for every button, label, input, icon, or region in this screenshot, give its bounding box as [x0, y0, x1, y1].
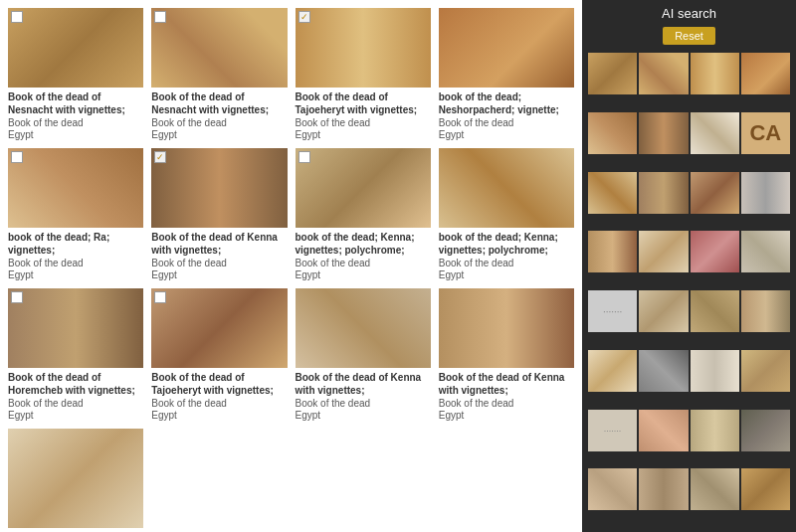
item-country: Egypt — [151, 269, 287, 280]
list-item: book of the dead; Neshorpacherd; vignett… — [439, 8, 574, 140]
item-title: Book of the dead of Kenna with vignettes… — [151, 231, 287, 257]
item-thumbnail[interactable] — [151, 288, 287, 368]
item-title: Book of the dead of Kenna with vignettes… — [439, 371, 574, 397]
item-thumbnail[interactable] — [296, 288, 431, 368]
item-thumbnail[interactable] — [8, 429, 143, 528]
item-subtitle: Book of the dead — [296, 257, 431, 269]
ai-thumb-item[interactable] — [639, 350, 688, 392]
ai-thumb-item[interactable] — [639, 231, 688, 272]
item-subtitle: Book of the dead — [151, 257, 287, 269]
item-checkbox[interactable] — [298, 151, 310, 163]
ai-thumb-item[interactable] — [741, 53, 790, 94]
item-subtitle: Book of the dead — [296, 116, 431, 129]
item-thumbnail[interactable] — [296, 148, 431, 228]
ai-thumb-item[interactable] — [691, 410, 739, 451]
ai-thumb-item[interactable] — [691, 350, 739, 392]
ai-thumb-item[interactable] — [741, 350, 790, 392]
ai-thumb-item[interactable] — [741, 410, 790, 451]
item-country: Egypt — [296, 410, 431, 421]
item-image-container — [8, 148, 143, 228]
item-thumbnail[interactable] — [151, 8, 287, 88]
ai-thumb-item[interactable] — [691, 53, 739, 94]
list-item: book of the dead; Ra; vignettes; Book of… — [8, 148, 143, 280]
item-title: book of the dead; Ra; vignettes; — [8, 231, 143, 257]
ai-thumb-item[interactable] — [639, 468, 688, 510]
item-country: Egypt — [151, 129, 287, 140]
list-item: Book of the dead of Tajoeheryt with vign… — [296, 8, 431, 140]
item-checkbox[interactable] — [154, 11, 166, 23]
ai-thumb-item[interactable] — [639, 172, 688, 214]
item-country: Egypt — [8, 129, 143, 140]
item-thumbnail[interactable] — [296, 8, 431, 88]
item-country: Egypt — [296, 129, 431, 140]
ai-thumb-item[interactable] — [691, 172, 739, 214]
item-country: Egypt — [439, 269, 574, 280]
item-title: Book of the dead of Nesnacht with vignet… — [151, 90, 287, 116]
item-subtitle: Book of the dead — [8, 116, 143, 129]
item-image-container — [8, 288, 143, 368]
item-thumbnail[interactable] — [439, 8, 574, 88]
ai-thumb-item[interactable] — [588, 53, 637, 94]
item-subtitle: Book of the dead — [151, 397, 287, 410]
ai-thumb-item[interactable] — [741, 172, 790, 214]
ai-thumb-ca[interactable]: CA — [741, 112, 790, 154]
ai-thumb-item[interactable] — [639, 290, 688, 332]
ai-thumb-item[interactable] — [741, 290, 790, 332]
list-item: Book of the dead of Kenna with vignettes… — [8, 429, 143, 532]
list-item: Book of the dead of Tajoeheryt with vign… — [151, 288, 287, 421]
ai-search-panel: AI search Reset CA ······· — [582, 0, 796, 532]
list-item: Book of the dead of Nesnacht with vignet… — [8, 8, 143, 140]
ai-thumb-item[interactable] — [639, 112, 688, 154]
reset-button[interactable]: Reset — [663, 27, 715, 45]
ai-thumb-item[interactable] — [691, 290, 739, 332]
item-image-container — [296, 288, 431, 368]
item-title: Book of the dead of Horemcheb with vigne… — [8, 371, 143, 397]
item-checkbox[interactable] — [154, 151, 166, 163]
item-thumbnail[interactable] — [439, 148, 574, 228]
ai-thumb-item[interactable] — [639, 410, 688, 451]
ai-thumb-item[interactable] — [588, 231, 637, 272]
ai-thumb-item[interactable] — [691, 468, 739, 510]
artifact-grid: Book of the dead of Nesnacht with vignet… — [8, 8, 574, 532]
ai-thumb-item[interactable] — [691, 112, 739, 154]
ca-label: CA — [741, 112, 790, 154]
ai-thumb-item[interactable]: ······· — [588, 410, 637, 451]
ai-thumb-item[interactable] — [691, 231, 739, 272]
ai-thumb-item[interactable]: ······· — [588, 290, 637, 332]
item-title: Book of the dead of Kenna with vignettes… — [296, 371, 431, 397]
list-item: Book of the dead of Horemcheb with vigne… — [8, 288, 143, 421]
item-thumbnail[interactable] — [8, 8, 143, 88]
list-item: book of the dead; Kenna; vignettes; poly… — [296, 148, 431, 280]
ai-panel-title: AI search — [588, 6, 790, 21]
item-country: Egypt — [439, 410, 574, 421]
item-image-container — [296, 148, 431, 228]
ai-thumb-item[interactable] — [639, 53, 688, 94]
item-thumbnail[interactable] — [151, 148, 287, 228]
item-checkbox[interactable] — [154, 291, 166, 303]
item-subtitle: Book of the dead — [296, 397, 431, 410]
item-subtitle: Book of the dead — [439, 116, 574, 129]
item-country: Egypt — [439, 129, 574, 140]
item-thumbnail[interactable] — [8, 148, 143, 228]
item-subtitle: Book of the dead — [439, 397, 574, 410]
ai-thumbnail-grid: CA ······· ······· — [588, 53, 790, 526]
ai-thumb-item[interactable] — [741, 231, 790, 272]
item-checkbox[interactable] — [11, 11, 23, 23]
ai-thumb-item[interactable] — [588, 172, 637, 214]
item-thumbnail[interactable] — [8, 288, 143, 368]
item-checkbox[interactable] — [298, 11, 310, 23]
ai-thumb-item[interactable] — [741, 468, 790, 510]
ai-thumb-item[interactable] — [588, 112, 637, 154]
ai-thumb-item[interactable] — [588, 468, 637, 510]
main-content: Book of the dead of Nesnacht with vignet… — [0, 0, 582, 532]
item-image-container — [151, 8, 287, 88]
ai-thumb-item[interactable] — [588, 350, 637, 392]
item-thumbnail[interactable] — [439, 288, 574, 368]
item-checkbox[interactable] — [11, 151, 23, 163]
item-image-container — [151, 148, 287, 228]
item-title: Book of the dead of Nesnacht with vignet… — [8, 90, 143, 116]
item-subtitle: Book of the dead — [151, 116, 287, 129]
item-title: Book of the dead of Tajoeheryt with vign… — [151, 371, 287, 397]
item-checkbox[interactable] — [11, 291, 23, 303]
item-subtitle: Book of the dead — [8, 397, 143, 410]
